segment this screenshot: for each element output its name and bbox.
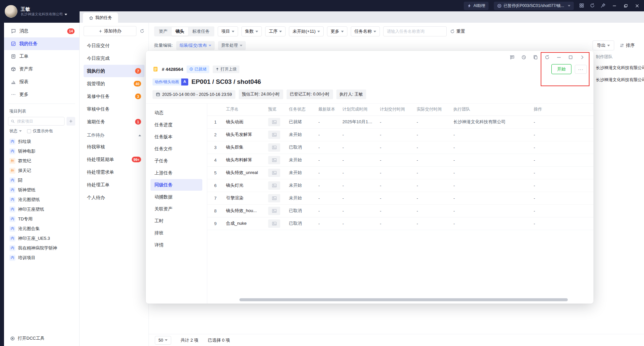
modal-nav-item-sibling-tasks[interactable]: 同级任务: [150, 179, 202, 191]
table-row[interactable]: 7 引擎渲染 未开始 - - - - - -: [207, 192, 594, 204]
project-item[interactable]: 内神印王座壁纸: [4, 204, 79, 214]
modal-nav-item-work-hours[interactable]: 工时: [150, 215, 202, 227]
tasknav-item-due-today[interactable]: 今日应交付: [84, 39, 144, 52]
sidebar-item-more[interactable]: 更多: [4, 88, 79, 101]
filter-process-dropdown[interactable]: 工序: [265, 26, 286, 36]
windows-grid-icon[interactable]: [579, 3, 584, 8]
project-search-input[interactable]: [8, 117, 65, 126]
comment-icon[interactable]: [510, 55, 515, 60]
project-item[interactable]: 内神印王座_UE5.3: [4, 233, 79, 243]
ai-assistant-button[interactable]: AI助理: [464, 2, 489, 10]
tasknav-item-rework[interactable]: 返修中任务3: [84, 90, 144, 103]
maximize-icon[interactable]: [568, 55, 573, 60]
type-tab-standard-task[interactable]: 标准任务: [188, 27, 214, 36]
filter-more-dropdown[interactable]: 更多: [327, 26, 347, 36]
modal-nav-item-linked-assets[interactable]: 关联资产: [150, 203, 202, 215]
more-actions-button[interactable]: ···: [575, 65, 587, 74]
modal-nav-item-upstream-tasks[interactable]: 上游任务: [150, 167, 202, 179]
refresh-icon[interactable]: [140, 29, 144, 33]
tasknav-item-my-managed[interactable]: 我管理的40: [84, 77, 144, 90]
window-close-button[interactable]: [634, 3, 640, 9]
open-dcc-tool-button[interactable]: 打开DCC工具: [4, 331, 79, 346]
start-task-button[interactable]: 开始: [551, 64, 571, 74]
project-item[interactable]: 外择天记: [4, 166, 79, 175]
tasknav-item-pending-review[interactable]: 待我审核: [84, 141, 144, 153]
project-item[interactable]: 内沧元图合集: [4, 224, 79, 233]
page-size-select[interactable]: 50: [155, 336, 171, 345]
external-only-checkbox[interactable]: 仅显示外包: [27, 128, 53, 134]
modal-nav-item-subtasks[interactable]: 子任务: [150, 155, 202, 167]
filter-project-dropdown[interactable]: 项目: [218, 26, 238, 36]
sidebar-item-my-tasks[interactable]: 我的任务: [4, 37, 79, 50]
task-name-field-selector[interactable]: 任务名称: [351, 26, 380, 36]
table-row[interactable]: 1 镜头动画 已就绪 - 2025年10月16日 - - 长沙神漫文化科技有限公…: [207, 116, 594, 128]
sidebar-item-messages[interactable]: 消息 14: [4, 25, 79, 37]
tasknav-item-pending-requirement-orders[interactable]: 待处理需求单: [84, 166, 144, 178]
task-name-search-input[interactable]: [383, 26, 447, 36]
modal-nav-item-task-progress[interactable]: 任务进度: [150, 119, 202, 131]
table-row[interactable]: 6 镜头灯光 未开始 - - - - - -: [207, 179, 594, 192]
preview-thumbnail[interactable]: [268, 156, 280, 164]
window-minimize-button[interactable]: [611, 3, 617, 9]
project-item[interactable]: 内斩神壁纸: [4, 185, 79, 195]
preview-thumbnail[interactable]: [268, 143, 280, 152]
sort-button[interactable]: 排序: [620, 42, 635, 48]
table-row[interactable]: 9 合成_nuke 已取消 - - - - - -: [207, 217, 594, 230]
add-todo-button[interactable]: 添加待办: [84, 26, 136, 36]
pin-icon[interactable]: [601, 3, 606, 8]
tab-my-tasks[interactable]: 我的任务: [83, 13, 118, 23]
tasknav-item-pending-work-orders[interactable]: 待处理工单: [84, 179, 144, 191]
batch-exception-dropdown[interactable]: 异常处理: [218, 41, 246, 50]
scrollbar-thumb[interactable]: [239, 298, 568, 301]
project-item[interactable]: 内扫垃圾: [4, 137, 79, 146]
project-item[interactable]: 内培训项目: [4, 253, 79, 263]
project-item[interactable]: 内斩神电影: [4, 146, 79, 156]
playback-status-dropdown[interactable]: 已暂停(EP003/SC01/shot077/镜...: [494, 2, 574, 10]
export-button[interactable]: 导出: [593, 40, 614, 50]
minimize-icon[interactable]: [556, 55, 561, 60]
project-item[interactable]: 内闘: [4, 175, 79, 185]
preview-thumbnail[interactable]: [268, 207, 280, 215]
add-project-button[interactable]: [67, 117, 75, 126]
tasknav-item-complete-today[interactable]: 今日应完成: [84, 52, 144, 64]
sidebar-item-reports[interactable]: 报表: [4, 75, 79, 88]
status-filter-dropdown[interactable]: 状态: [9, 128, 22, 134]
preview-thumbnail[interactable]: [268, 131, 280, 139]
modal-nav-item-task-versions[interactable]: 任务版本: [150, 131, 202, 143]
avatar[interactable]: [5, 5, 17, 18]
copy-icon[interactable]: [533, 55, 538, 60]
project-item[interactable]: 内沧元图壁纸: [4, 195, 79, 204]
project-item[interactable]: 内我在精神病院学斩神: [4, 243, 79, 253]
preview-thumbnail[interactable]: [268, 118, 280, 126]
chevron-right-icon[interactable]: [580, 55, 585, 60]
filter-episode-dropdown[interactable]: 集数: [241, 26, 262, 36]
horizontal-scrollbar[interactable]: [239, 298, 581, 301]
user-profile[interactable]: 王敏 长沙神漫文化科技有限公司: [0, 0, 80, 23]
sidebar-item-work-orders[interactable]: 工单: [4, 50, 79, 63]
status-badge-ready[interactable]: 已就绪: [187, 65, 209, 73]
chevron-down-icon[interactable]: [65, 14, 67, 15]
table-row[interactable]: 2 镜头毛发解算 未开始 - - - - - -: [207, 128, 594, 141]
history-icon[interactable]: [521, 55, 526, 60]
tasknav-item-pending-delay-orders[interactable]: 待处理延期单99+: [84, 153, 144, 166]
preview-thumbnail[interactable]: [268, 181, 280, 190]
preview-thumbnail[interactable]: [268, 219, 280, 228]
type-tab-asset[interactable]: 资产: [155, 27, 172, 36]
tasknav-item-personal-todo[interactable]: 个人待办: [84, 191, 144, 204]
refresh-icon[interactable]: [545, 55, 550, 60]
modal-nav-item-details[interactable]: 详情: [150, 239, 202, 251]
tasknav-item-overdue[interactable]: 逾期任务1: [84, 116, 144, 128]
work-todo-section-header[interactable]: 工作待办: [84, 128, 144, 140]
sidebar-item-asset-library[interactable]: 资产库: [4, 63, 79, 75]
table-row[interactable]: 3 镜头群集 已取消 - - - - - -: [207, 141, 594, 154]
window-restore-button[interactable]: [623, 3, 629, 9]
table-row[interactable]: 5 镜头特效_unreal 未开始 - - - - - -: [207, 166, 594, 179]
modal-nav-item-task-files[interactable]: 任务文件: [150, 143, 202, 155]
tasknav-item-reviewing[interactable]: 审核中任务: [84, 103, 144, 115]
preview-thumbnail[interactable]: [268, 194, 280, 202]
modal-nav-item-mocap-data[interactable]: 动捕数据: [150, 191, 202, 203]
filter-status-dropdown[interactable]: 未开始(+11): [289, 26, 324, 36]
type-tab-shot[interactable]: 镜头: [172, 27, 188, 36]
reset-button[interactable]: 重置: [450, 28, 465, 34]
tasknav-item-my-executing[interactable]: 我执行的7: [84, 65, 144, 77]
